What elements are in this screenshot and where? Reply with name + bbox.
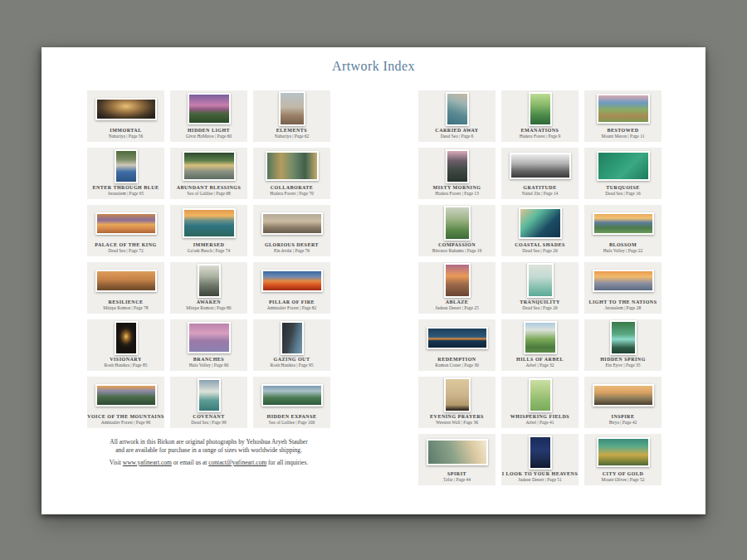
artwork-thumbnail bbox=[529, 436, 552, 470]
artwork-subtitle: Rosh Hanikra | Page 95 bbox=[271, 363, 314, 368]
thumbnail-frame bbox=[253, 90, 330, 128]
artwork-subtitle: Hadera Forest | Page 9 bbox=[520, 134, 561, 139]
thumbnail-frame bbox=[584, 434, 662, 471]
thumbnail-frame bbox=[87, 90, 164, 128]
thumbnail-frame bbox=[584, 319, 662, 357]
artwork-entry: REDEMPTION Ramon Crater | Page 30 bbox=[418, 319, 496, 371]
artwork-thumbnail bbox=[597, 437, 650, 467]
artwork-subtitle: Dead Sea | Page 72 bbox=[108, 248, 143, 254]
artwork-subtitle: Dead Sea | Page 20 bbox=[522, 248, 557, 254]
artwork-entry: COLLABORATE Hadera Forest | Page 70 bbox=[253, 148, 330, 199]
footer-line-1: All artwork in this Birkon are original … bbox=[87, 438, 330, 454]
artwork-thumbnail bbox=[529, 378, 552, 412]
artwork-entry: AWAKEN Mitzpe Ramon | Page 80 bbox=[170, 262, 247, 314]
artwork-title: BRANCHES bbox=[193, 357, 224, 363]
thumbnail-frame bbox=[501, 319, 579, 357]
artwork-subtitle: Bitronot Ruhama | Page 19 bbox=[432, 248, 481, 254]
artwork-subtitle: Judean Desert | Page 51 bbox=[518, 477, 561, 483]
thumbnail-frame bbox=[170, 262, 247, 299]
document-page: Artwork Index IMMORTAL Nahariya | Page 5… bbox=[42, 47, 706, 514]
artwork-entry: I LOOK TO YOUR HEAVENS Judean Desert | P… bbox=[501, 434, 579, 485]
artwork-title: GLORIOUS DESERT bbox=[265, 242, 319, 248]
thumbnail-frame bbox=[170, 319, 247, 357]
artwork-title: MISTY MORNING bbox=[433, 185, 481, 191]
artwork-subtitle: Nahal Zin | Page 14 bbox=[522, 191, 559, 197]
artwork-title: LIGHT TO THE NATIONS bbox=[589, 299, 657, 305]
thumbnail-frame bbox=[87, 319, 164, 357]
artwork-thumbnail bbox=[444, 263, 471, 298]
artwork-entry: GLORIOUS DESERT Ein Avdat | Page 76 bbox=[253, 205, 330, 256]
artwork-subtitle: Aminadav Forest | Page 96 bbox=[101, 420, 150, 426]
artwork-title: RESILIENCE bbox=[108, 299, 143, 305]
thumbnail-frame bbox=[170, 205, 247, 242]
artwork-title: IMMERSED bbox=[193, 242, 225, 248]
artwork-thumbnail bbox=[281, 321, 304, 355]
artwork-title: PILLAR OF FIRE bbox=[269, 299, 315, 305]
artwork-entry: MISTY MORNING Hadera Forest | Page 13 bbox=[418, 148, 496, 199]
thumbnail-frame bbox=[501, 377, 579, 414]
artwork-subtitle: Judean Desert | Page 25 bbox=[435, 305, 478, 311]
thumbnail-frame bbox=[418, 377, 496, 414]
artwork-subtitle: Ein Eyov | Page 35 bbox=[605, 363, 640, 368]
artwork-thumbnail bbox=[593, 212, 654, 235]
artwork-title: COASTAL SHADES bbox=[515, 242, 565, 248]
artwork-title: VISIONARY bbox=[110, 357, 142, 363]
artwork-subtitle: Tzfat | Page 44 bbox=[443, 477, 471, 483]
artwork-subtitle: Western Wall | Page 36 bbox=[436, 420, 478, 426]
artwork-thumbnail bbox=[427, 439, 488, 465]
artwork-thumbnail bbox=[183, 151, 236, 181]
artwork-entry: GAZING OUT Rosh Hanikra | Page 95 bbox=[253, 319, 330, 371]
artwork-thumbnail bbox=[198, 378, 221, 412]
artwork-subtitle: Hula Valley | Page 22 bbox=[603, 248, 642, 254]
thumbnail-frame bbox=[418, 262, 496, 299]
artwork-entry: EMANATIONS Hadera Forest | Page 9 bbox=[501, 90, 579, 142]
artwork-thumbnail bbox=[446, 149, 469, 183]
artwork-entry: ABUNDANT BLESSINGS Sea of Galilee | Page… bbox=[170, 148, 247, 199]
page-title: Artwork Index bbox=[42, 59, 706, 74]
artwork-title: PALACE OF THE KING bbox=[95, 242, 156, 248]
artwork-title: COVENANT bbox=[193, 414, 224, 420]
artwork-thumbnail bbox=[115, 149, 138, 183]
thumbnail-frame bbox=[253, 262, 330, 299]
footer-note: All artwork in this Birkon are original … bbox=[87, 438, 330, 467]
artwork-entry: INSPIRE Birya | Page 42 bbox=[584, 377, 662, 428]
artwork-title: BESTOWED bbox=[607, 128, 638, 134]
artwork-thumbnail bbox=[279, 91, 305, 126]
email-link[interactable]: contact@yafineart.com bbox=[208, 459, 266, 466]
artwork-subtitle: Jerusalem | Page 65 bbox=[108, 191, 144, 197]
thumbnail-frame bbox=[87, 262, 164, 299]
thumbnail-frame bbox=[584, 90, 662, 128]
artwork-thumbnail bbox=[444, 377, 471, 412]
artwork-subtitle: Mount Meron | Page 11 bbox=[602, 134, 645, 139]
artwork-subtitle: Ga'ash Beach | Page 74 bbox=[188, 248, 230, 254]
artwork-entry: LIGHT TO THE NATIONS Jerusalem | Page 28 bbox=[584, 262, 662, 314]
thumbnail-frame bbox=[170, 148, 247, 185]
artwork-entry: COMPASSION Bitronot Ruhama | Page 19 bbox=[418, 205, 496, 256]
artwork-thumbnail bbox=[95, 270, 157, 292]
artwork-entry: ABLAZE Judean Desert | Page 25 bbox=[418, 262, 496, 314]
thumbnail-frame bbox=[418, 434, 496, 471]
thumbnail-frame bbox=[418, 148, 496, 185]
artwork-entry: SPIRIT Tzfat | Page 44 bbox=[418, 434, 496, 485]
artwork-thumbnail bbox=[266, 151, 319, 181]
artwork-thumbnail bbox=[261, 212, 323, 235]
artwork-entry: PILLAR OF FIRE Aminadav Forest | Page 82 bbox=[253, 262, 330, 314]
artwork-subtitle: Nahariya | Page 62 bbox=[275, 134, 310, 139]
artwork-entry: TRANQUILITY Dead Sea | Page 26 bbox=[501, 262, 579, 314]
artwork-thumbnail bbox=[593, 270, 654, 292]
artwork-title: ENTER THROUGH BLUE bbox=[92, 185, 159, 191]
thumbnail-frame bbox=[418, 90, 496, 128]
website-link[interactable]: www.yafineart.com bbox=[123, 459, 172, 466]
artwork-subtitle: Hadera Forest | Page 13 bbox=[435, 191, 478, 197]
artwork-subtitle: Mitzpe Ramon | Page 80 bbox=[186, 305, 231, 311]
artwork-title: CARRIED AWAY bbox=[435, 128, 478, 134]
artwork-entry: COASTAL SHADES Dead Sea | Page 20 bbox=[501, 205, 579, 256]
artwork-entry: CITY OF GOLD Mount Olives | Page 52 bbox=[584, 434, 662, 485]
artwork-title: IMMORTAL bbox=[110, 128, 141, 134]
artwork-entry: WHISPERING FIELDS Arbel | Page 41 bbox=[501, 377, 579, 428]
artwork-entry: TURQUOISE Dead Sea | Page 16 bbox=[584, 148, 662, 199]
artwork-thumbnail bbox=[529, 92, 552, 126]
artwork-subtitle: Arbel | Page 41 bbox=[526, 420, 554, 426]
artwork-entry: HIDDEN EXPANSE Sea of Galilee | Page 100 bbox=[253, 377, 330, 428]
artwork-thumbnail bbox=[188, 93, 231, 124]
